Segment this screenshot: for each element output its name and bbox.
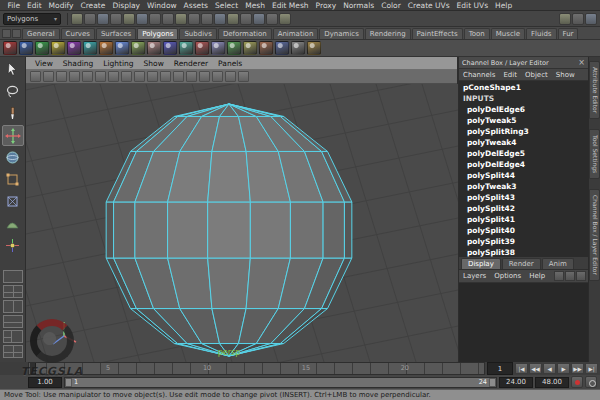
undo-icon[interactable] <box>110 13 122 25</box>
combine-icon[interactable] <box>307 41 321 55</box>
menu-edit-uvs[interactable]: Edit UVs <box>453 1 491 10</box>
menu-modify[interactable]: Modify <box>45 1 77 10</box>
snap-to-curve-icon[interactable] <box>188 13 200 25</box>
side-tab-attribute-editor[interactable]: Attribute Editor <box>589 61 600 119</box>
shelf-tab-curves[interactable]: Curves <box>61 28 95 39</box>
shelf-tab-dynamics[interactable]: Dynamics <box>319 28 364 39</box>
menu-proxy[interactable]: Proxy <box>312 1 340 10</box>
extrude-icon[interactable] <box>259 41 273 55</box>
input-node-polysplit40[interactable]: polySplit40 <box>459 225 588 236</box>
perspective-view[interactable]: persp <box>26 84 458 362</box>
create-layer-from-selected-icon[interactable] <box>565 271 575 281</box>
polygon-pipe-icon[interactable] <box>131 41 145 55</box>
scale-tool[interactable] <box>2 169 24 190</box>
paint-selection-tool[interactable] <box>2 103 24 124</box>
select-by-object-type-icon[interactable] <box>149 13 161 25</box>
animation-preferences-icon[interactable] <box>585 376 597 388</box>
channel-box-menu-object[interactable]: Object <box>521 71 552 79</box>
range-end-handle[interactable] <box>489 378 496 387</box>
playback-end-field[interactable]: 24.00 <box>499 377 533 388</box>
shelf-tab-toon[interactable]: Toon <box>464 28 490 39</box>
use-default-material-icon[interactable] <box>225 71 236 82</box>
channel-box-menu-channels[interactable]: Channels <box>459 71 499 79</box>
bridge-icon[interactable] <box>291 41 305 55</box>
channel-box-menu-edit[interactable]: Edit <box>499 71 521 79</box>
polygon-plane-icon[interactable] <box>67 41 81 55</box>
shelf-tab-fluids[interactable]: Fluids <box>526 28 556 39</box>
sculpt-geometry-tool-icon[interactable] <box>211 41 225 55</box>
bookmark-icon[interactable] <box>69 71 80 82</box>
shape-node-row[interactable]: pConeShape1 <box>459 82 588 93</box>
field-chart-icon[interactable] <box>147 71 158 82</box>
snap-to-view-plane-icon[interactable] <box>214 13 226 25</box>
shelf-tab-subdivs[interactable]: Subdivs <box>179 28 217 39</box>
input-node-polysplit39[interactable]: polySplit39 <box>459 236 588 247</box>
grid-icon[interactable] <box>95 71 106 82</box>
time-slider[interactable]: 5101520 <box>28 362 485 375</box>
channel-box-menu-show[interactable]: Show <box>552 71 579 79</box>
construction-history-icon[interactable] <box>240 13 252 25</box>
smooth-icon[interactable] <box>243 41 257 55</box>
textured-display-icon[interactable] <box>212 71 223 82</box>
make-live-icon[interactable] <box>227 13 239 25</box>
wireframe-display-icon[interactable] <box>186 71 197 82</box>
input-node-polydeledge5[interactable]: polyDelEdge5 <box>459 148 588 159</box>
resolution-gate-icon[interactable] <box>121 71 132 82</box>
menu-assets[interactable]: Assets <box>180 1 211 10</box>
smooth-shade-display-icon[interactable] <box>199 71 210 82</box>
polygon-cone-icon[interactable] <box>51 41 65 55</box>
shelf-tab-general[interactable]: General <box>22 28 60 39</box>
two-pane-stacked-layout-button[interactable] <box>3 315 23 328</box>
current-time-field[interactable]: 1 <box>487 362 513 375</box>
shelf-tab-surfaces[interactable]: Surfaces <box>96 28 136 39</box>
input-node-polysplit41[interactable]: polySplit41 <box>459 214 588 225</box>
camera-attributes-icon[interactable] <box>56 71 67 82</box>
create-empty-layer-icon[interactable] <box>576 271 586 281</box>
layer-menu-layers[interactable]: Layers <box>459 272 490 280</box>
select-by-hierarchy-icon[interactable] <box>136 13 148 25</box>
create-polygon-tool-icon[interactable] <box>195 41 209 55</box>
layer-editor-tab-anim[interactable]: Anim <box>542 258 574 269</box>
input-node-polysplit38[interactable]: polySplit38 <box>459 247 588 257</box>
soft-modification-tool[interactable] <box>2 213 24 234</box>
image-plane-icon[interactable] <box>82 71 93 82</box>
show-manipulator-tool[interactable] <box>2 235 24 256</box>
menu-color[interactable]: Color <box>378 1 405 10</box>
range-start-handle[interactable] <box>65 378 72 387</box>
select-camera-icon[interactable] <box>30 71 41 82</box>
show-channel-box-icon[interactable] <box>585 13 597 25</box>
move-selected-to-layer-icon[interactable] <box>554 271 564 281</box>
polygon-pyramid-icon[interactable] <box>115 41 129 55</box>
polygon-cylinder-icon[interactable] <box>35 41 49 55</box>
side-tab-tool-settings[interactable]: Tool Settings <box>589 129 600 179</box>
input-node-polytweak5[interactable]: polyTweak5 <box>459 115 588 126</box>
input-node-polysplit42[interactable]: polySplit42 <box>459 203 588 214</box>
panel-menu-shading[interactable]: Shading <box>58 59 98 68</box>
viewport-canvas[interactable]: persp <box>26 84 457 362</box>
shelf-tab-polygons[interactable]: Polygons <box>137 28 178 39</box>
menu-select[interactable]: Select <box>212 1 242 10</box>
two-pane-side-by-side-layout-button[interactable] <box>3 300 23 313</box>
safe-title-icon[interactable] <box>173 71 184 82</box>
input-node-polysplit44[interactable]: polySplit44 <box>459 170 588 181</box>
input-node-polysplit43[interactable]: polySplit43 <box>459 192 588 203</box>
layer-list[interactable] <box>459 283 588 362</box>
lasso-select-tool[interactable] <box>2 81 24 102</box>
shelf-tab-painteffects[interactable]: PaintEffects <box>412 28 463 39</box>
panel-menu-view[interactable]: View <box>30 59 58 68</box>
single-pane-layout-button[interactable] <box>3 270 23 283</box>
move-tool[interactable] <box>2 125 24 146</box>
ipr-render-icon[interactable] <box>266 13 278 25</box>
select-by-component-type-icon[interactable] <box>162 13 174 25</box>
lighting-icon[interactable] <box>238 71 249 82</box>
four-pane-split-layout-button[interactable] <box>3 345 23 358</box>
render-current-frame-icon[interactable] <box>253 13 265 25</box>
shelf-menu-icon[interactable] <box>2 29 11 38</box>
menu-create-uvs[interactable]: Create UVs <box>404 1 453 10</box>
polygon-soccer-ball-icon[interactable] <box>163 41 177 55</box>
panel-menu-lighting[interactable]: Lighting <box>98 59 138 68</box>
menu-set-selector[interactable]: Polygons <box>3 13 61 25</box>
open-scene-icon[interactable] <box>84 13 96 25</box>
panel-menu-show[interactable]: Show <box>139 59 169 68</box>
shelf-tab-fur[interactable]: Fur <box>558 28 579 39</box>
